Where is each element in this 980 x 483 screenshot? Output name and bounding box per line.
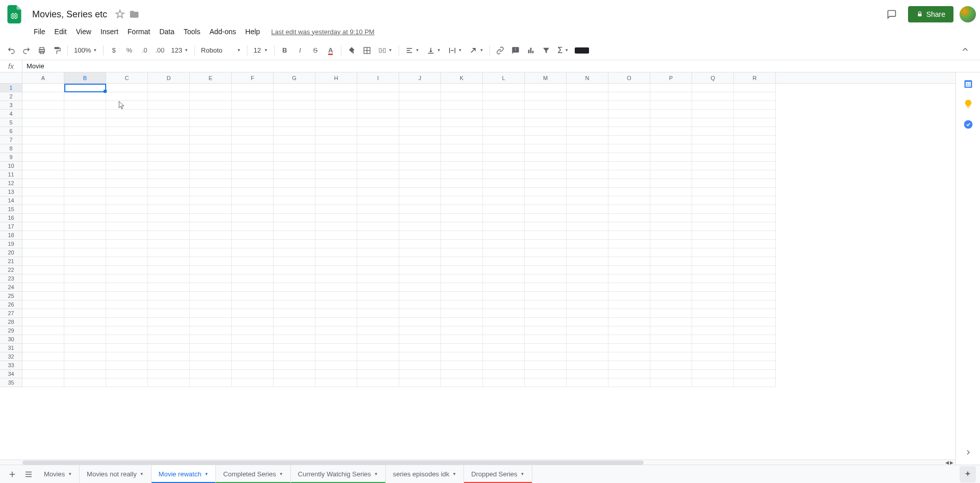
cell[interactable] [441,127,483,136]
cell[interactable] [734,179,776,188]
cell[interactable] [734,214,776,222]
cell[interactable] [190,179,232,188]
format-percent-button[interactable]: % [122,43,136,58]
cell[interactable] [525,214,567,222]
cell[interactable] [483,240,525,248]
row-header[interactable]: 32 [0,352,22,361]
sheet-tab[interactable]: Currently Watchig Series▼ [291,465,386,484]
cell[interactable] [232,309,274,318]
cell[interactable] [357,222,399,231]
undo-button[interactable] [4,43,18,58]
cell[interactable] [274,257,315,266]
cell[interactable] [399,335,441,344]
cell[interactable] [567,248,608,257]
row-header[interactable]: 11 [0,170,22,179]
cell[interactable] [106,240,148,248]
cell[interactable] [441,110,483,118]
cell[interactable] [608,205,650,214]
cell[interactable] [274,205,315,214]
cell[interactable] [483,179,525,188]
cell[interactable] [106,318,148,326]
insert-chart-button[interactable] [524,43,538,58]
cell[interactable] [567,110,608,118]
cell[interactable] [357,300,399,309]
cell[interactable] [22,292,64,300]
chevron-down-icon[interactable]: ▼ [452,472,456,476]
cell[interactable] [190,214,232,222]
cell[interactable] [315,118,357,127]
cell[interactable] [190,257,232,266]
cell[interactable] [232,222,274,231]
cell[interactable] [315,240,357,248]
cell[interactable] [608,266,650,274]
cell[interactable] [190,101,232,110]
cell[interactable] [483,344,525,352]
row-header[interactable]: 14 [0,196,22,205]
cell[interactable] [315,222,357,231]
cell[interactable] [734,170,776,179]
cell[interactable] [483,257,525,266]
cell[interactable] [274,84,315,92]
cell[interactable] [692,292,734,300]
cell[interactable] [232,205,274,214]
col-header[interactable]: I [357,72,399,83]
menu-insert[interactable]: Insert [96,26,122,38]
cell[interactable] [483,196,525,205]
cell[interactable] [64,378,106,387]
cell[interactable] [441,136,483,144]
cell[interactable] [274,188,315,196]
cell[interactable] [734,248,776,257]
cell[interactable] [567,274,608,283]
more-formats-dropdown[interactable]: 123▼ [168,43,191,58]
row-header[interactable]: 21 [0,257,22,266]
cell[interactable] [22,274,64,283]
cell[interactable] [483,188,525,196]
horizontal-align-button[interactable]: ▼ [402,43,423,58]
cell[interactable] [525,326,567,335]
cell[interactable] [608,162,650,170]
cell[interactable] [483,361,525,370]
cell[interactable] [734,110,776,118]
cell[interactable] [399,257,441,266]
cell[interactable] [357,326,399,335]
cell[interactable] [22,344,64,352]
cell[interactable] [315,344,357,352]
cell[interactable] [315,92,357,101]
cell[interactable] [525,144,567,153]
cell[interactable] [483,309,525,318]
cell[interactable] [692,344,734,352]
cell[interactable] [232,153,274,162]
cell[interactable] [357,248,399,257]
cell[interactable] [148,344,190,352]
cell[interactable] [106,361,148,370]
cell[interactable] [106,214,148,222]
cell[interactable] [441,248,483,257]
cell[interactable] [650,196,692,205]
col-header[interactable]: D [148,72,190,83]
cell[interactable] [441,84,483,92]
cell[interactable] [441,188,483,196]
cell[interactable] [608,335,650,344]
row-header[interactable]: 28 [0,318,22,326]
row-header[interactable]: 23 [0,274,22,283]
cell[interactable] [399,361,441,370]
cell[interactable] [148,92,190,101]
cell[interactable] [525,162,567,170]
cell[interactable] [399,196,441,205]
insert-link-button[interactable] [493,43,507,58]
cell[interactable] [650,248,692,257]
cell[interactable] [650,127,692,136]
menu-format[interactable]: Format [124,26,154,38]
cell[interactable] [692,101,734,110]
cell[interactable] [106,335,148,344]
cell[interactable] [274,144,315,153]
cell[interactable] [357,352,399,361]
cell[interactable] [64,144,106,153]
cell[interactable] [608,110,650,118]
row-header[interactable]: 25 [0,292,22,300]
cell[interactable] [22,248,64,257]
cell[interactable] [441,101,483,110]
cell[interactable] [64,309,106,318]
cell[interactable] [148,153,190,162]
cell[interactable] [525,274,567,283]
